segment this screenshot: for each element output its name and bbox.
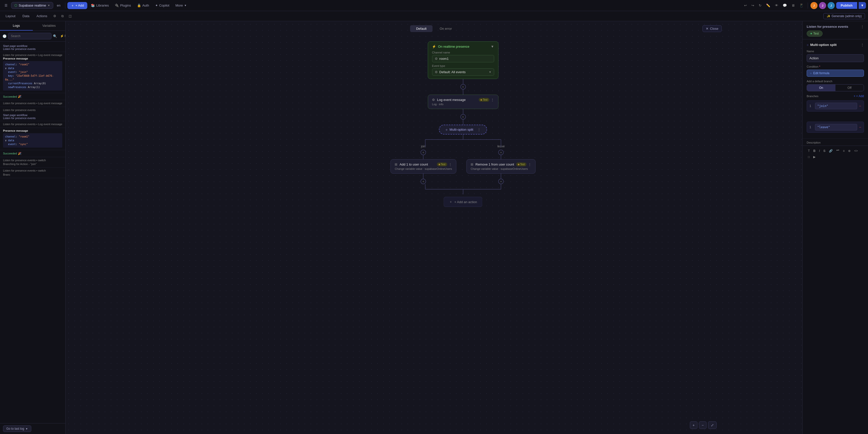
add-button[interactable]: ＋ + Add bbox=[67, 2, 88, 9]
tab-logs[interactable]: Logs bbox=[0, 21, 33, 31]
desc-ol-btn[interactable]: ⊕ bbox=[847, 148, 852, 153]
log-text: Listen for presence events • Log event m… bbox=[3, 101, 62, 105]
preview-button[interactable]: 👁 bbox=[773, 2, 780, 8]
libraries-button[interactable]: 📚 Libraries bbox=[88, 2, 111, 8]
log-entry[interactable]: Succeeded 🎉 bbox=[0, 93, 65, 100]
log-entry[interactable]: Listen for presence events • Log event m… bbox=[0, 52, 65, 93]
dot-icon3 bbox=[518, 164, 519, 165]
more-label: More bbox=[175, 3, 183, 7]
plus-after-remove[interactable]: + bbox=[498, 179, 504, 184]
plus-after-add[interactable]: + bbox=[421, 179, 426, 184]
branch-split bbox=[400, 134, 526, 147]
plus-leave[interactable]: + bbox=[498, 150, 504, 155]
branch-delete-1[interactable]: − bbox=[859, 104, 861, 108]
trigger-node[interactable]: ⚡ On realtime presence ▼ Channel name ⚙ … bbox=[428, 41, 498, 79]
redo-button[interactable]: ↪ bbox=[750, 2, 756, 8]
desc-link-btn[interactable]: 🔗 bbox=[828, 148, 834, 153]
add-branch-button[interactable]: + + Add bbox=[854, 94, 864, 98]
data-button[interactable]: Data bbox=[20, 13, 32, 19]
zoom-in-button[interactable]: + bbox=[690, 422, 698, 429]
lang-btn[interactable]: en bbox=[54, 2, 63, 8]
remove-count-label: Remove 1 from user count bbox=[475, 162, 514, 166]
layout-button[interactable]: Layout bbox=[3, 13, 18, 19]
log-entry[interactable]: Listen for presence events Start page wo… bbox=[0, 107, 65, 121]
refresh-button[interactable]: ↻ bbox=[757, 2, 763, 8]
log-text: Listen for presence events bbox=[3, 48, 62, 51]
join-connector: + bbox=[421, 150, 426, 159]
plus-connector-1[interactable]: + bbox=[460, 84, 466, 90]
desc-quote-btn[interactable]: ❝❞ bbox=[835, 148, 840, 153]
log-entry[interactable]: Listen for presence events • switch Bran… bbox=[0, 167, 65, 178]
add-node-menu-btn[interactable]: ⋮ bbox=[448, 162, 452, 166]
close-button[interactable]: ✕ Close bbox=[703, 25, 722, 32]
log-entry[interactable]: Listen for presence events • Log event m… bbox=[0, 100, 65, 107]
settings-icon-btn[interactable]: ⚙ bbox=[52, 13, 58, 19]
add-action-button[interactable]: ＋ + Add an action bbox=[444, 197, 483, 207]
log-entry[interactable]: Listen for presence events • switch Bran… bbox=[0, 157, 65, 168]
name-label: Name bbox=[807, 50, 864, 53]
desc-image-btn[interactable]: □ bbox=[807, 154, 811, 159]
desc-video-btn[interactable]: ▶ bbox=[812, 154, 817, 159]
lightning-icon: ⚡ bbox=[432, 45, 436, 49]
plus-join[interactable]: + bbox=[421, 150, 426, 155]
connector-1: + bbox=[460, 79, 466, 95]
app-name-button[interactable]: ⬡ Supabase realtime ▼ bbox=[11, 2, 53, 9]
comment-button[interactable]: 💬 bbox=[781, 2, 788, 8]
default-branch-label: Add a default branch bbox=[807, 80, 864, 83]
log-entry[interactable]: Listen for presence events • Log event m… bbox=[0, 121, 65, 128]
log-subtitle: Log · info bbox=[432, 103, 494, 106]
add-count-node[interactable]: ⊞ Add 1 to user count Test ⋮ bbox=[390, 159, 456, 174]
zoom-expand-button[interactable]: ⤢ bbox=[708, 422, 717, 429]
test-button[interactable]: Test bbox=[807, 31, 823, 37]
trigger-menu-btn[interactable]: ▼ bbox=[491, 45, 494, 49]
desc-text-btn[interactable]: T bbox=[807, 148, 811, 153]
copilot-button[interactable]: ✦ Copilot bbox=[153, 2, 172, 8]
desktop-button[interactable]: 🖥 bbox=[790, 2, 796, 8]
collapse-btn[interactable]: ◫ bbox=[67, 13, 73, 19]
log-entry[interactable]: Presence message channel: "room1" ∨ data… bbox=[0, 128, 65, 150]
toggle-off-btn[interactable]: Off bbox=[835, 85, 864, 91]
multi-option-node[interactable]: ⟐ Multi-option split ⋮ bbox=[439, 125, 487, 134]
desc-list-btn[interactable]: ≡ bbox=[841, 148, 846, 153]
go-to-last-log-button[interactable]: Go to last log ▼ bbox=[3, 426, 31, 432]
publish-dropdown-button[interactable]: ▼ bbox=[859, 2, 866, 9]
log-text: Branching for Action - "join" bbox=[3, 162, 62, 166]
auth-button[interactable]: 🔒 Auth bbox=[134, 2, 152, 8]
log-node-menu-btn[interactable]: ⋮ bbox=[491, 98, 494, 102]
desc-code-btn[interactable]: <> bbox=[853, 148, 859, 153]
multi-menu-btn[interactable]: ⋮ bbox=[477, 128, 481, 131]
more-button[interactable]: More ▼ bbox=[173, 2, 189, 8]
actions-button[interactable]: Actions bbox=[34, 13, 50, 19]
section-menu-btn[interactable]: ⋮ bbox=[861, 43, 864, 47]
generate-button[interactable]: ✨ Generate (admin only) bbox=[823, 13, 865, 19]
tab-default[interactable]: Default bbox=[410, 25, 433, 32]
hamburger-btn[interactable]: ☰ bbox=[2, 2, 10, 8]
desc-bold-btn[interactable]: B bbox=[812, 148, 817, 153]
remove-node-menu-btn[interactable]: ⋮ bbox=[528, 162, 531, 166]
edit-formula-button[interactable]: ⟐ Edit formula bbox=[807, 70, 864, 77]
zoom-controls: + − ⤢ bbox=[690, 422, 717, 429]
duplicate-btn[interactable]: ⧉ bbox=[60, 13, 65, 19]
zoom-out-button[interactable]: − bbox=[699, 422, 707, 429]
tab-on-error[interactable]: On error bbox=[434, 25, 458, 32]
mobile-button[interactable]: 📱 bbox=[798, 2, 805, 8]
name-input[interactable] bbox=[807, 54, 864, 62]
toggle-on-btn[interactable]: On bbox=[807, 85, 835, 91]
log-entry[interactable]: Succeeded 🎉 bbox=[0, 150, 65, 157]
split-icon2: ⟐ bbox=[807, 43, 809, 47]
undo-button[interactable]: ↩ bbox=[743, 2, 748, 8]
plugins-button[interactable]: 🔌 Plugins bbox=[112, 2, 133, 8]
log-entry[interactable]: Start page workflow Listen for presence … bbox=[0, 43, 65, 52]
log-event-node[interactable]: ⚙ Log event message Test ⋮ Log · info bbox=[428, 95, 498, 109]
desc-italic-btn[interactable]: I bbox=[818, 148, 821, 153]
right-panel-menu-btn[interactable]: ⋮ bbox=[861, 25, 864, 29]
publish-button[interactable]: Publish bbox=[836, 2, 857, 9]
tab-variables[interactable]: Variables bbox=[33, 21, 66, 31]
remove-count-node[interactable]: ⊞ Remove 1 from user count Test ⋮ bbox=[466, 159, 536, 174]
branch-delete-2[interactable]: − bbox=[859, 125, 861, 129]
plus-connector-2[interactable]: + bbox=[460, 114, 466, 120]
desc-strike-btn[interactable]: S bbox=[822, 148, 827, 153]
search-input[interactable] bbox=[8, 33, 52, 39]
remove-subtitle: Change variable value · supabaseOnlineUs… bbox=[471, 167, 531, 170]
edit-button[interactable]: ✏️ bbox=[765, 2, 772, 8]
